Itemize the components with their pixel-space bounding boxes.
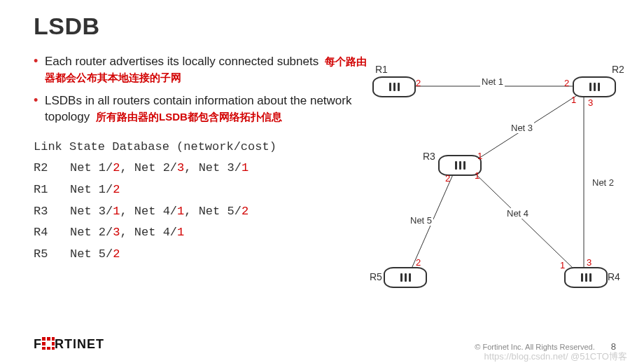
slide-title: LSDB <box>34 13 610 40</box>
lsdb-net: Net 3/ <box>199 161 241 174</box>
lsdb-cost: 1 <box>113 205 120 218</box>
bullet-item: LSDBs in all routers contain information… <box>34 93 370 125</box>
router-label: R2 <box>612 64 624 75</box>
topology-diagram: R1 R2 R3 R4 R5 Net 1 Net 2 Net 3 Net 4 N… <box>368 67 627 298</box>
lsdb-net: Net 5/ <box>199 205 241 218</box>
lsdb-router-name: R5 <box>34 244 70 266</box>
bullet-text-zh: 所有路由器的LSDB都包含网络拓扑信息 <box>96 111 282 123</box>
net-label: Net 5 <box>409 215 433 226</box>
net-label: Net 3 <box>510 123 534 133</box>
svg-rect-6 <box>47 337 50 341</box>
lsdb-router-name: R2 <box>34 158 70 179</box>
brand-logo: FRTINET <box>34 337 104 352</box>
lsdb-net: Net 5/ <box>70 247 113 261</box>
bullet-item: Each router advertises its locally conne… <box>34 54 370 86</box>
svg-line-3 <box>473 172 575 270</box>
port-number: 3 <box>588 97 593 108</box>
lsdb-net: Net 2/ <box>134 161 177 174</box>
net-label: Net 4 <box>505 208 530 219</box>
router-icon <box>384 267 427 288</box>
brand-letter: F <box>34 337 42 351</box>
slide-footer: FRTINET © Fortinet Inc. All Rights Reser… <box>34 337 616 352</box>
router-label: R1 <box>375 64 388 75</box>
port-number: 1 <box>571 95 576 105</box>
lsdb-router-name: R1 <box>34 179 70 201</box>
lsdb-net: Net 4/ <box>134 226 177 239</box>
lsdb-cost: 2 <box>113 161 120 174</box>
router-icon <box>573 76 616 97</box>
lsdb-cost: 2 <box>241 205 248 218</box>
bullet-text-en: Each router advertises its locally conne… <box>45 55 318 68</box>
lsdb-cost: 1 <box>177 205 184 218</box>
net-label: Net 2 <box>591 177 615 188</box>
lsdb-net: Net 3/ <box>70 205 113 218</box>
lsdb-net: Net 4/ <box>134 205 177 218</box>
lsdb-cost: 3 <box>177 161 184 174</box>
svg-rect-5 <box>42 337 46 341</box>
svg-rect-10 <box>42 347 46 350</box>
watermark-text: https://blog.csdn.net/ @51CTO博客 <box>484 350 627 363</box>
port-number: 1 <box>560 260 565 270</box>
lsdb-cost: 1 <box>177 226 184 239</box>
router-label: R3 <box>423 151 435 162</box>
bullet-list: Each router advertises its locally conne… <box>34 54 370 125</box>
router-label: R5 <box>370 271 382 282</box>
lsdb-router-name: R4 <box>34 222 70 244</box>
port-number: 2 <box>445 173 450 184</box>
router-label: R4 <box>608 271 620 282</box>
lsdb-cost: 3 <box>113 226 120 239</box>
fortinet-icon <box>42 337 55 350</box>
router-icon <box>372 76 416 97</box>
brand-rest: RTINET <box>55 337 104 351</box>
port-number: 3 <box>587 257 592 268</box>
port-number: 1 <box>475 170 479 181</box>
lsdb-net: Net 1/ <box>70 183 113 196</box>
lsdb-cost: 1 <box>241 161 248 174</box>
lsdb-router-name: R3 <box>34 201 70 223</box>
lsdb-cost: 2 <box>113 183 120 196</box>
port-number: 2 <box>564 78 569 88</box>
svg-rect-8 <box>42 342 46 345</box>
port-number: 2 <box>416 78 421 88</box>
svg-rect-11 <box>47 347 50 350</box>
net-label: Net 1 <box>480 76 505 87</box>
port-number: 1 <box>477 151 482 161</box>
port-number: 2 <box>416 257 421 268</box>
lsdb-net: Net 2/ <box>70 226 113 239</box>
lsdb-cost: 2 <box>113 247 120 261</box>
router-icon <box>564 267 608 288</box>
lsdb-net: Net 1/ <box>70 161 113 174</box>
